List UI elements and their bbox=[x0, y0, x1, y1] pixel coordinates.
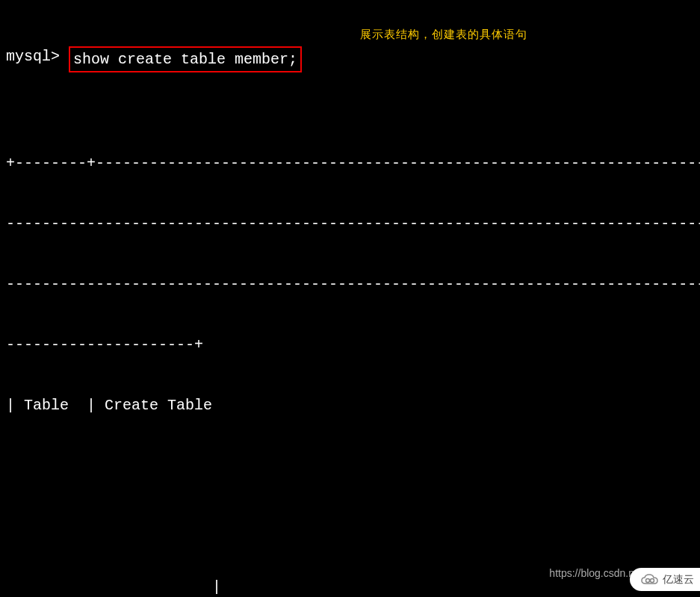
blank-line bbox=[6, 516, 694, 536]
svg-point-1 bbox=[651, 578, 654, 582]
watermark-url: https://blog.csdn.n bbox=[549, 566, 634, 581]
watermark-brand-text: 亿速云 bbox=[663, 572, 694, 587]
watermark-logo: 亿速云 bbox=[630, 568, 700, 591]
terminal-output: mysql> show create table member; 展示表结构，创… bbox=[6, 6, 694, 597]
separator: +--------+------------------------------… bbox=[6, 153, 694, 173]
table-header: | Table | Create Table bbox=[6, 395, 694, 415]
separator: ----------------------------------------… bbox=[6, 274, 694, 294]
cloud-icon bbox=[640, 573, 660, 587]
blank-line bbox=[6, 456, 694, 476]
prompt: mysql> bbox=[6, 46, 69, 66]
command-highlight: show create table member; bbox=[69, 46, 302, 72]
separator: ----------------------------------------… bbox=[6, 214, 694, 234]
svg-point-0 bbox=[646, 578, 650, 582]
separator: ---------------------+ bbox=[6, 335, 694, 355]
command-line: mysql> show create table member; bbox=[6, 46, 694, 72]
annotation-text: 展示表结构，创建表的具体语句 bbox=[360, 27, 527, 42]
